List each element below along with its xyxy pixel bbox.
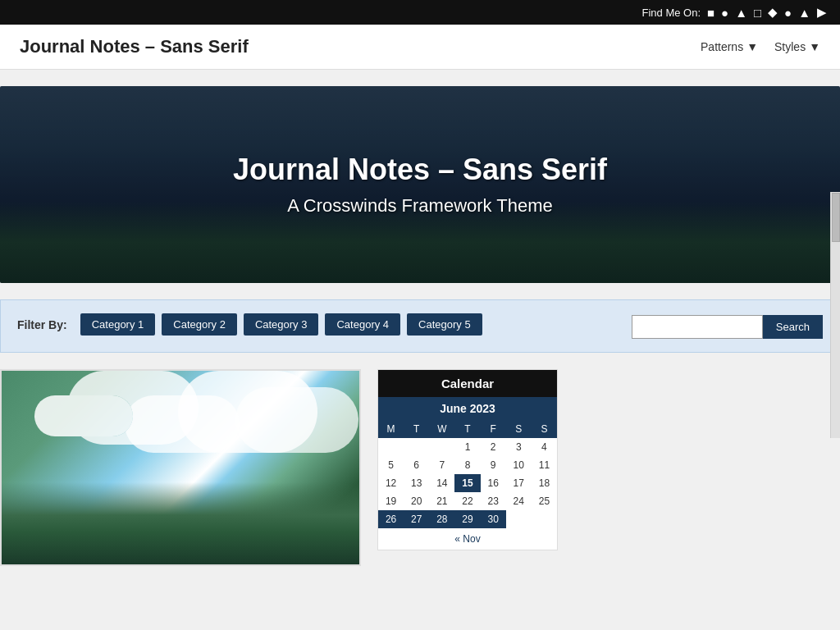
twitter-icon[interactable]: ▲: [735, 6, 747, 20]
article-image: [0, 369, 361, 566]
calendar-table: M T W T F S S 12345678910111213141516171…: [378, 420, 557, 528]
instagram-icon[interactable]: □: [754, 6, 761, 20]
calendar-header: Calendar: [378, 370, 557, 397]
calendar-day[interactable]: 3: [506, 438, 532, 456]
calendar-day[interactable]: 12: [378, 474, 404, 492]
mastodon-icon[interactable]: ▲: [798, 6, 810, 20]
calendar-day[interactable]: 8: [454, 456, 480, 474]
search-input[interactable]: [632, 315, 763, 339]
calendar-day[interactable]: 21: [429, 492, 454, 510]
calendar-day-header-t1: T: [404, 420, 429, 438]
calendar-day-header-w: W: [429, 420, 454, 438]
article-image-placeholder: [2, 371, 359, 564]
calendar-day[interactable]: 1: [454, 438, 480, 456]
calendar-day[interactable]: 10: [506, 456, 532, 474]
calendar-day[interactable]: 7: [429, 456, 454, 474]
filter-category-3[interactable]: Category 3: [244, 313, 319, 336]
main-nav: Patterns ▼ Styles ▼: [701, 40, 820, 53]
filter-label: Filter By:: [17, 318, 67, 331]
calendar-day[interactable]: 20: [404, 492, 429, 510]
calendar-day-header-s1: S: [506, 420, 532, 438]
main-content: Calendar June 2023 M T W T F S S 1234567…: [0, 369, 840, 582]
top-bar: Find Me On: ■ ● ▲ □ ◆ ● ▲ ▶: [0, 0, 840, 25]
calendar-widget: Calendar June 2023 M T W T F S S 1234567…: [377, 369, 558, 550]
calendar-day[interactable]: 2: [481, 438, 506, 456]
calendar-day[interactable]: 14: [429, 474, 454, 492]
patreon-icon[interactable]: ●: [784, 6, 792, 20]
nav-item-styles[interactable]: Styles ▼: [774, 40, 820, 53]
find-me-label: Find Me On:: [642, 7, 701, 19]
calendar-prev-link[interactable]: « Nov: [454, 533, 480, 545]
hero-banner: Journal Notes – Sans Serif A Crosswinds …: [0, 86, 840, 283]
calendar-day[interactable]: 24: [506, 492, 532, 510]
github-icon[interactable]: ●: [721, 6, 728, 20]
site-header: Journal Notes – Sans Serif Patterns ▼ St…: [0, 25, 840, 70]
calendar-day[interactable]: 28: [429, 510, 454, 528]
calendar-day-header-f: F: [481, 420, 506, 438]
calendar-day[interactable]: 13: [404, 474, 429, 492]
calendar-day[interactable]: 25: [532, 492, 557, 510]
hero-background: Journal Notes – Sans Serif A Crosswinds …: [0, 86, 840, 283]
calendar-day[interactable]: 9: [481, 456, 506, 474]
calendar-month: June 2023: [378, 397, 557, 420]
nav-item-patterns[interactable]: Patterns ▼: [701, 40, 758, 53]
calendar-day: [506, 510, 532, 528]
calendar-day[interactable]: 29: [454, 510, 480, 528]
calendar-day: [532, 510, 557, 528]
calendar-day[interactable]: 16: [481, 474, 506, 492]
tiktok-icon[interactable]: ▶: [817, 5, 827, 20]
filter-category-4[interactable]: Category 4: [325, 313, 400, 336]
site-title: Journal Notes – Sans Serif: [20, 36, 249, 57]
filter-buttons: Category 1 Category 2 Category 3 Categor…: [80, 313, 619, 336]
calendar-day[interactable]: 26: [378, 510, 404, 528]
calendar-day: [429, 438, 454, 456]
search-area: Search: [632, 315, 823, 339]
calendar-body: 1234567891011121314151617181920212223242…: [378, 438, 557, 528]
hero-subtitle: A Crosswinds Framework Theme: [287, 195, 553, 217]
calendar-day[interactable]: 11: [532, 456, 557, 474]
calendar-day[interactable]: 17: [506, 474, 532, 492]
linkedin-icon[interactable]: ◆: [768, 5, 778, 20]
calendar-day[interactable]: 19: [378, 492, 404, 510]
facebook-icon[interactable]: ■: [707, 6, 714, 20]
calendar-day[interactable]: 18: [532, 474, 557, 492]
calendar-day[interactable]: 27: [404, 510, 429, 528]
filter-category-1[interactable]: Category 1: [80, 313, 156, 336]
filter-bar: Filter By: Category 1 Category 2 Categor…: [0, 299, 840, 353]
chevron-down-icon: ▼: [809, 40, 820, 53]
calendar-day[interactable]: 4: [532, 438, 557, 456]
calendar-day[interactable]: 23: [481, 492, 506, 510]
calendar-day[interactable]: 22: [454, 492, 480, 510]
filter-category-5[interactable]: Category 5: [407, 313, 482, 336]
calendar-day: [378, 438, 404, 456]
calendar-day[interactable]: 5: [378, 456, 404, 474]
calendar-nav: « Nov: [378, 528, 557, 550]
calendar-day-header-s2: S: [532, 420, 557, 438]
hero-content: Journal Notes – Sans Serif A Crosswinds …: [0, 86, 840, 283]
calendar-day-header-t2: T: [454, 420, 480, 438]
calendar-day: [404, 438, 429, 456]
chevron-down-icon: ▼: [746, 40, 758, 53]
calendar-day[interactable]: 15: [454, 474, 480, 492]
hero-title: Journal Notes – Sans Serif: [233, 153, 607, 187]
calendar-day-header-m: M: [378, 420, 404, 438]
filter-category-2[interactable]: Category 2: [162, 313, 237, 336]
calendar-day[interactable]: 30: [481, 510, 506, 528]
search-button[interactable]: Search: [763, 315, 823, 339]
calendar-day[interactable]: 6: [404, 456, 429, 474]
